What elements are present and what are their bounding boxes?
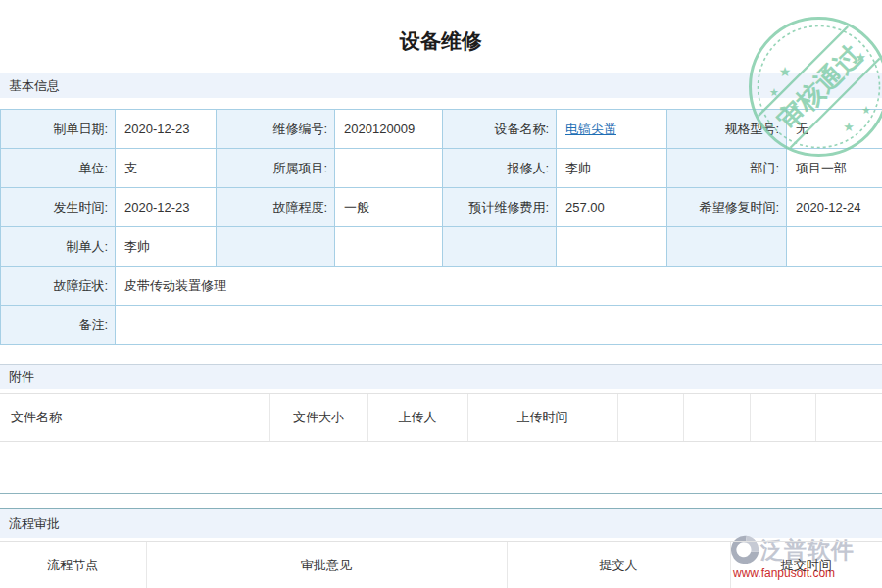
approval-table: 流程节点 审批意见 提交人 提交时间 (0, 541, 882, 588)
make-date-value: 2020-12-23 (116, 110, 217, 149)
table-row: 备注: (1, 306, 882, 345)
col-approval-opinion: 审批意见 (146, 542, 507, 588)
hope-time-value: 2020-12-24 (787, 188, 882, 227)
unit-label: 单位: (1, 149, 116, 188)
col-upload-time: 上传时间 (467, 394, 617, 442)
attachments-panel: 附件 文件名称 文件大小 上传人 上传时间 (0, 364, 882, 494)
unit-value: 支 (116, 149, 217, 188)
col-submitter: 提交人 (507, 542, 730, 588)
approval-header-row: 流程节点 审批意见 提交人 提交时间 (0, 542, 882, 588)
remark-value (116, 306, 882, 345)
fault-level-label: 故障程度: (217, 188, 335, 227)
occur-time-value: 2020-12-23 (116, 188, 217, 227)
col-flow-node: 流程节点 (0, 542, 146, 588)
repair-no-value: 2020120009 (335, 110, 443, 149)
make-date-label: 制单日期: (1, 110, 116, 149)
device-name-label: 设备名称: (443, 110, 557, 149)
attachments-section-header: 附件 (0, 364, 882, 389)
symptom-label: 故障症状: (1, 267, 116, 306)
department-value: 项目一部 (787, 149, 882, 188)
spec-model-label: 规格型号: (667, 110, 787, 149)
repair-no-label: 维修编号: (217, 110, 335, 149)
table-row: 单位: 支 所属项目: 报修人: 李帅 部门: 项目一部 (1, 149, 882, 188)
hope-time-label: 希望修复时间: (667, 188, 787, 227)
basic-info-section-header: 基本信息 (0, 73, 882, 98)
device-name-link[interactable]: 电镐尖凿 (565, 122, 616, 136)
basic-info-table: 制单日期: 2020-12-23 维修编号: 2020120009 设备名称: … (0, 109, 882, 345)
page-title: 设备维修 (0, 29, 882, 53)
reporter-label: 报修人: (443, 149, 557, 188)
table-row: 故障症状: 皮带传动装置修理 (1, 267, 882, 306)
attachments-empty-body (0, 442, 882, 494)
attachments-header-row: 文件名称 文件大小 上传人 上传时间 (0, 394, 882, 442)
project-label: 所属项目: (217, 149, 335, 188)
table-row: 发生时间: 2020-12-23 故障程度: 一般 预计维修费用: 257.00… (1, 188, 882, 227)
table-row: 制单日期: 2020-12-23 维修编号: 2020120009 设备名称: … (1, 110, 882, 149)
reporter-value: 李帅 (557, 149, 667, 188)
maker-label: 制单人: (1, 227, 116, 267)
est-cost-label: 预计维修费用: (443, 188, 557, 227)
col-file-name: 文件名称 (0, 394, 270, 442)
attachments-table: 文件名称 文件大小 上传人 上传时间 (0, 393, 882, 442)
col-file-size: 文件大小 (270, 394, 368, 442)
fault-level-value: 一般 (335, 188, 443, 227)
department-label: 部门: (667, 149, 787, 188)
project-value (335, 149, 443, 188)
maker-value: 李帅 (116, 227, 217, 267)
remark-label: 备注: (1, 306, 116, 345)
occur-time-label: 发生时间: (1, 188, 116, 227)
est-cost-value: 257.00 (557, 188, 667, 227)
spec-model-value: 无 (787, 110, 882, 149)
symptom-value: 皮带传动装置修理 (116, 267, 882, 306)
col-uploader: 上传人 (368, 394, 467, 442)
col-submit-time: 提交时间 (730, 542, 882, 588)
table-row: 制单人: 李帅 (1, 227, 882, 267)
